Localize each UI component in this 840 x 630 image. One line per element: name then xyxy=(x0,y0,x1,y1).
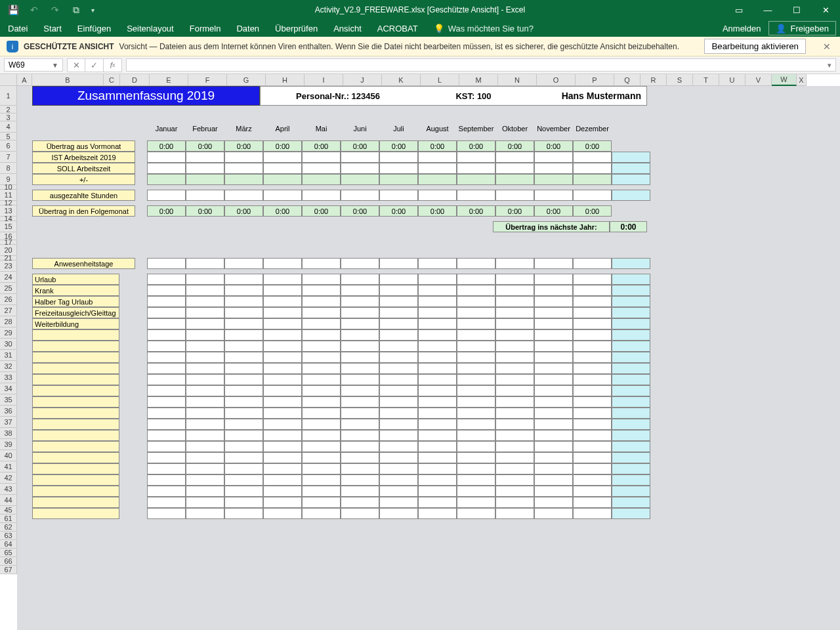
row-8[interactable]: 8 xyxy=(0,163,17,174)
maximize-button[interactable]: ☐ xyxy=(782,0,811,20)
row-29[interactable]: 29 xyxy=(0,327,17,339)
undo-icon[interactable]: ↶ xyxy=(25,2,43,18)
row-4[interactable]: 4 xyxy=(0,121,17,133)
col-O[interactable]: O xyxy=(537,74,576,86)
category-label-18[interactable] xyxy=(32,474,119,486)
row-34[interactable]: 34 xyxy=(0,383,17,394)
category-label-12[interactable] xyxy=(32,408,119,419)
row-5[interactable]: 5 xyxy=(0,133,17,140)
category-label-1[interactable]: Krank xyxy=(32,285,119,296)
row-24[interactable]: 24 xyxy=(0,272,17,283)
row-64[interactable]: 64 xyxy=(0,540,17,549)
category-label-4[interactable]: Weiterbildung xyxy=(32,318,119,329)
close-button[interactable]: ✕ xyxy=(811,0,840,20)
category-label-2[interactable]: Halber Tag Urlaub xyxy=(32,296,119,307)
row-65[interactable]: 65 xyxy=(0,549,17,557)
select-all-corner[interactable] xyxy=(0,74,17,86)
col-M[interactable]: M xyxy=(459,74,498,86)
worksheet[interactable]: ABCDEFGHIJKLMNOPQRSTUVWX 123456789101112… xyxy=(0,74,840,630)
category-label-20[interactable] xyxy=(32,497,119,508)
tab-file[interactable]: Datei xyxy=(0,20,35,37)
row-63[interactable]: 63 xyxy=(0,532,17,540)
row-32[interactable]: 32 xyxy=(0,361,17,372)
category-label-0[interactable]: Urlaub xyxy=(32,274,119,285)
category-label-11[interactable] xyxy=(32,396,119,408)
row-41[interactable]: 41 xyxy=(0,461,17,472)
qat-dropdown-icon[interactable]: ▾ xyxy=(88,2,97,18)
category-label-19[interactable] xyxy=(32,486,119,497)
row-61[interactable]: 61 xyxy=(0,514,17,523)
category-label-10[interactable] xyxy=(32,385,119,396)
row-headers[interactable]: 1234567891011121314151617202123242526272… xyxy=(0,86,17,574)
category-label-21[interactable] xyxy=(32,508,119,519)
category-label-13[interactable] xyxy=(32,419,119,430)
col-N[interactable]: N xyxy=(498,74,537,86)
row-21[interactable]: 21 xyxy=(0,256,17,261)
row-7[interactable]: 7 xyxy=(0,152,17,163)
category-label-3[interactable]: Freizeitausgleich/Gleittag xyxy=(32,307,119,318)
category-label-16[interactable] xyxy=(32,452,119,463)
accept-formula-icon[interactable]: ✓ xyxy=(85,58,104,72)
row-30[interactable]: 30 xyxy=(0,339,17,350)
col-X[interactable]: X xyxy=(797,74,807,86)
ribbon-display-icon[interactable]: ▭ xyxy=(724,0,753,20)
fx-icon[interactable]: fx xyxy=(104,58,122,72)
row-66[interactable]: 66 xyxy=(0,557,17,566)
category-label-15[interactable] xyxy=(32,441,119,452)
row-25[interactable]: 25 xyxy=(0,283,17,294)
save-icon[interactable]: 💾 xyxy=(4,2,22,18)
tab-pagelayout[interactable]: Seitenlayout xyxy=(119,20,182,37)
row-45[interactable]: 45 xyxy=(0,506,17,514)
name-box[interactable]: W69 ▼ xyxy=(4,58,63,72)
col-U[interactable]: U xyxy=(719,74,746,86)
category-label-6[interactable] xyxy=(32,341,119,352)
cancel-formula-icon[interactable]: ✕ xyxy=(67,58,85,72)
signin-link[interactable]: Anmelden xyxy=(715,24,769,33)
category-label-7[interactable] xyxy=(32,352,119,363)
row-3[interactable]: 3 xyxy=(0,114,17,121)
grid-body[interactable]: Zusammenfassung 2019 Personal-Nr.: 12345… xyxy=(17,86,840,630)
tab-acrobat[interactable]: ACROBAT xyxy=(369,20,426,37)
tell-me[interactable]: 💡 Was möchten Sie tun? xyxy=(426,20,541,37)
tab-start[interactable]: Start xyxy=(35,20,69,37)
row-6[interactable]: 6 xyxy=(0,140,17,152)
category-label-17[interactable] xyxy=(32,463,119,474)
row-39[interactable]: 39 xyxy=(0,439,17,450)
name-box-dropdown-icon[interactable]: ▼ xyxy=(52,62,58,69)
category-label-8[interactable] xyxy=(32,363,119,374)
row-35[interactable]: 35 xyxy=(0,394,17,406)
row-62[interactable]: 62 xyxy=(0,523,17,532)
col-F[interactable]: F xyxy=(188,74,227,86)
minimize-button[interactable]: — xyxy=(753,0,782,20)
col-W[interactable]: W xyxy=(772,74,797,86)
row-1[interactable]: 1 xyxy=(0,86,17,106)
row-14[interactable]: 14 xyxy=(0,217,17,221)
row-36[interactable]: 36 xyxy=(0,406,17,417)
col-R[interactable]: R xyxy=(640,74,667,86)
tab-review[interactable]: Überprüfen xyxy=(267,20,326,37)
col-C[interactable]: C xyxy=(104,74,120,86)
col-K[interactable]: K xyxy=(382,74,421,86)
tab-insert[interactable]: Einfügen xyxy=(70,20,119,37)
row-42[interactable]: 42 xyxy=(0,472,17,484)
row-23[interactable]: 23 xyxy=(0,261,17,272)
touch-mode-icon[interactable]: ⧉ xyxy=(67,2,85,18)
share-button[interactable]: 👤 Freigeben xyxy=(768,21,836,35)
row-26[interactable]: 26 xyxy=(0,294,17,305)
row-28[interactable]: 28 xyxy=(0,316,17,327)
row-33[interactable]: 33 xyxy=(0,372,17,383)
redo-icon[interactable]: ↷ xyxy=(46,2,64,18)
col-P[interactable]: P xyxy=(576,74,614,86)
formula-input[interactable]: ▾ xyxy=(126,58,836,72)
col-J[interactable]: J xyxy=(343,74,382,86)
row-12[interactable]: 12 xyxy=(0,201,17,205)
category-label-5[interactable] xyxy=(32,329,119,341)
col-H[interactable]: H xyxy=(266,74,304,86)
row-2[interactable]: 2 xyxy=(0,106,17,114)
row-40[interactable]: 40 xyxy=(0,450,17,461)
tab-view[interactable]: Ansicht xyxy=(326,20,369,37)
row-43[interactable]: 43 xyxy=(0,484,17,495)
col-L[interactable]: L xyxy=(421,74,459,86)
col-G[interactable]: G xyxy=(227,74,266,86)
row-67[interactable]: 67 xyxy=(0,566,17,574)
